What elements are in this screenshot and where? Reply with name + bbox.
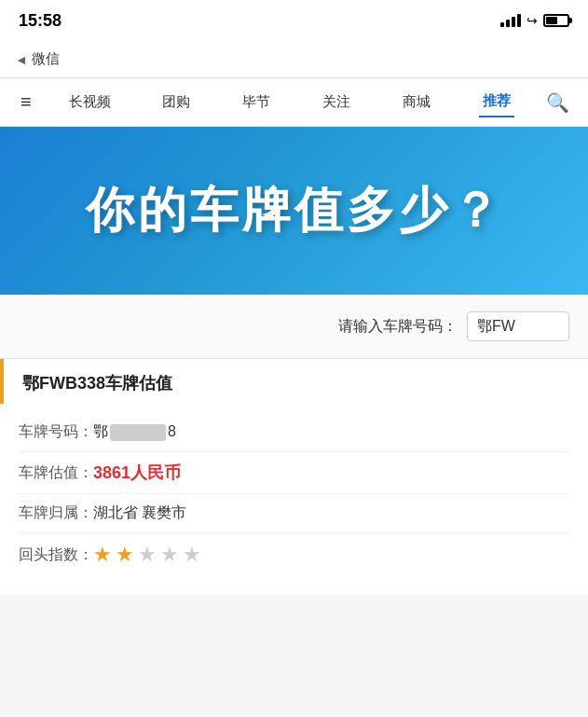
- plate-location-value: 湖北省 襄樊市: [93, 503, 186, 523]
- result-header: 鄂FWB338车牌估值: [0, 359, 588, 404]
- star-5: ★: [183, 543, 201, 567]
- nav-item-group-buy[interactable]: 团购: [158, 88, 194, 117]
- signal-icon: [500, 14, 521, 27]
- star-4: ★: [160, 543, 179, 567]
- back-arrow-icon[interactable]: ◄: [15, 52, 28, 67]
- hero-banner: 你的车牌值多少？: [0, 127, 588, 295]
- wifi-icon: ↪: [526, 13, 538, 28]
- nav-items: 长视频 团购 毕节 关注 商城 推荐: [43, 87, 537, 117]
- plate-location-label: 车牌归属：: [19, 503, 93, 523]
- rating-stars: ★ ★ ★ ★ ★: [93, 543, 201, 567]
- star-2: ★: [116, 543, 134, 567]
- plate-value-amount: 3861人民币: [93, 462, 181, 484]
- nav-item-recommend[interactable]: 推荐: [479, 87, 514, 117]
- plate-number-row: 车牌号码： 鄂8: [19, 413, 569, 452]
- plate-value-row: 车牌估值： 3861人民币: [19, 452, 569, 494]
- nav-item-follow[interactable]: 关注: [319, 88, 354, 117]
- battery-icon: [543, 14, 569, 27]
- main-nav: ≡ 长视频 团购 毕节 关注 商城 推荐 🔍: [0, 78, 588, 127]
- star-1: ★: [93, 543, 112, 567]
- input-section: 请输入车牌号码：: [0, 295, 588, 359]
- plate-location-row: 车牌归属： 湖北省 襄樊市: [19, 494, 569, 533]
- result-header-text: 鄂FWB338车牌估值: [22, 374, 172, 393]
- plate-rating-label: 回头指数：: [19, 545, 93, 565]
- wechat-nav: ◄ 微信: [0, 41, 588, 78]
- input-label: 请输入车牌号码：: [338, 317, 458, 337]
- plate-rating-row: 回头指数： ★ ★ ★ ★ ★: [19, 533, 569, 576]
- result-section: 鄂FWB338车牌估值 车牌号码： 鄂8 车牌估值： 3861人民币 车牌归属：…: [0, 359, 588, 595]
- nav-item-mall[interactable]: 商城: [399, 88, 434, 117]
- star-3: ★: [138, 543, 157, 567]
- plate-value-label: 车牌估值：: [19, 463, 93, 483]
- plate-number-label: 车牌号码：: [19, 422, 93, 442]
- hero-title: 你的车牌值多少？: [86, 178, 503, 243]
- status-bar: 15:58 ↪: [0, 0, 588, 41]
- plate-input[interactable]: [467, 311, 569, 341]
- search-icon[interactable]: 🔍: [537, 84, 579, 121]
- nav-item-long-video[interactable]: 长视频: [65, 88, 115, 117]
- nav-item-biji[interactable]: 毕节: [239, 88, 274, 117]
- menu-icon[interactable]: ≡: [9, 84, 43, 120]
- result-rows: 车牌号码： 鄂8 车牌估值： 3861人民币 车牌归属： 湖北省 襄樊市 回头指…: [0, 404, 588, 595]
- status-icons: ↪: [500, 13, 569, 28]
- status-time: 15:58: [19, 11, 62, 31]
- plate-number-value: 鄂8: [93, 422, 176, 442]
- blurred-plate: [110, 424, 166, 441]
- wechat-label: 微信: [32, 50, 60, 68]
